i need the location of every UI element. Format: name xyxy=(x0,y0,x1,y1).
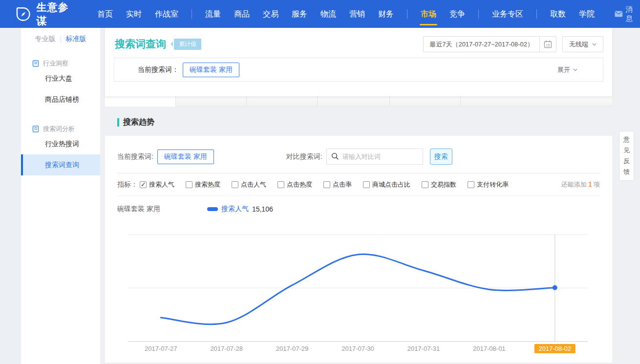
nav-separator xyxy=(407,9,407,19)
metric-label: 交易指数 xyxy=(431,180,456,189)
metric-label: 搜索热度 xyxy=(195,180,220,189)
left-gutter xyxy=(0,28,21,364)
x-axis-label: 2017-08-01 xyxy=(473,345,506,352)
section-tab-4[interactable] xyxy=(318,96,390,107)
nav-item-9[interactable]: 营销 xyxy=(349,0,365,28)
metric-label: 点击人气 xyxy=(241,180,266,189)
section-tab-row xyxy=(105,96,612,107)
sidebar-group-2[interactable]: 搜索词分析 xyxy=(21,125,100,133)
x-axis-label: 2017-07-31 xyxy=(407,345,440,352)
legend-metric-value: 15,106 xyxy=(252,205,273,213)
trend-current-term-chip[interactable]: 碗碟套装 家用 xyxy=(157,150,214,164)
sidebar: 专业版 标准版 行业洞察行业大盘商品店铺榜搜索词分析行业热搜词搜索词查询 xyxy=(21,28,100,364)
x-axis-label: 2017-07-28 xyxy=(210,345,243,352)
nav-item-10[interactable]: 财务 xyxy=(378,0,394,28)
metric-checkbox-3[interactable]: 点击人气 xyxy=(232,180,266,189)
sycm-logo-icon xyxy=(16,7,30,21)
nav-item-15[interactable]: 学院 xyxy=(579,0,595,28)
sidebar-item[interactable]: 商品店铺榜 xyxy=(21,89,100,110)
chevron-down-icon xyxy=(592,43,597,46)
metric-checkbox-7[interactable]: 交易指数 xyxy=(422,180,456,189)
x-axis-label: 2017-07-29 xyxy=(276,345,309,352)
metric-checkbox-8[interactable]: 支付转化率 xyxy=(468,180,509,189)
sidebar-item[interactable]: 行业大盘 xyxy=(21,68,100,89)
metric-checkbox-5[interactable]: 点击率 xyxy=(323,180,352,189)
expand-link[interactable]: 展开 xyxy=(557,65,577,74)
nav-item-8[interactable]: 物流 xyxy=(320,0,336,28)
nav-item-6[interactable]: 交易 xyxy=(263,0,278,28)
nav-item-12[interactable]: 竞争 xyxy=(449,0,465,28)
version-tab-standard[interactable]: 标准版 xyxy=(66,35,86,43)
compare-term-label: 对比搜索词: xyxy=(286,152,322,161)
date-range-picker[interactable]: 最近7天（2017-07-27~2017-08-02） 15 xyxy=(423,36,556,52)
remaining-count: 1 xyxy=(588,180,592,188)
messages-button[interactable]: 消息 xyxy=(615,5,640,23)
topnav-items: 首页实时作战室流量商品交易服务物流营销财务市场竞争业务专区取数学院 xyxy=(97,0,608,28)
trend-line-chart[interactable]: 2017-07-272017-07-282017-07-292017-07-30… xyxy=(117,223,600,362)
nav-separator xyxy=(536,9,537,19)
x-axis-label: 2017-07-27 xyxy=(145,345,177,352)
metric-checkbox-4[interactable]: 点击热度 xyxy=(277,180,312,189)
metric-checkbox-1[interactable]: 搜索人气 xyxy=(140,180,174,189)
cumulative-badge: 累计值 xyxy=(174,39,201,50)
feedback-button[interactable]: 意见 反馈 xyxy=(619,131,634,181)
sidebar-group-1[interactable]: 行业洞察 xyxy=(21,59,100,68)
compare-term-input[interactable] xyxy=(326,149,423,165)
current-term-chip[interactable]: 碗碟套装 家用 xyxy=(183,63,239,77)
calendar-button[interactable]: 15 xyxy=(539,37,556,52)
nav-item-5[interactable]: 商品 xyxy=(234,0,250,28)
metrics-row: 指标： 搜索人气搜索热度点击人气点击热度点击率商城点击占比交易指数支付转化率 还… xyxy=(117,173,600,196)
device-select-value: 无线端 xyxy=(569,40,588,49)
section-tab-3[interactable] xyxy=(247,96,318,107)
nav-item-13[interactable]: 业务专区 xyxy=(492,0,523,28)
feedback-line-1: 意见 xyxy=(620,134,633,156)
section-tab-2[interactable] xyxy=(176,96,247,107)
nav-item-3[interactable]: 作战室 xyxy=(155,0,178,28)
metric-label: 点击率 xyxy=(333,180,352,189)
section-tab-1[interactable] xyxy=(105,96,176,107)
current-term-bar: 当前搜索词： 碗碟套装 家用 展开 xyxy=(114,58,603,82)
unchecked-checkbox-icon xyxy=(232,181,238,188)
metric-label: 支付转化率 xyxy=(477,180,509,189)
metric-label: 搜索人气 xyxy=(149,180,174,189)
svg-text:15: 15 xyxy=(546,43,550,47)
nav-item-1[interactable]: 首页 xyxy=(97,0,113,28)
nav-item-2[interactable]: 实时 xyxy=(126,0,142,28)
unchecked-checkbox-icon xyxy=(468,181,474,188)
top-navigation: 生意参谋 首页实时作战室流量商品交易服务物流营销财务市场竞争业务专区取数学院 消… xyxy=(0,0,640,28)
chevron-down-icon xyxy=(573,68,577,71)
nav-item-4[interactable]: 流量 xyxy=(205,0,221,28)
device-select[interactable]: 无线端 xyxy=(562,36,603,52)
unchecked-checkbox-icon xyxy=(422,181,428,188)
version-tab-pro[interactable]: 专业版 xyxy=(35,35,56,43)
section-tab-5[interactable] xyxy=(390,96,461,107)
nav-item-14[interactable]: 取数 xyxy=(550,0,566,28)
trend-current-term-label: 当前搜索词: xyxy=(117,152,153,161)
metric-checkbox-6[interactable]: 商城点击占比 xyxy=(363,180,410,189)
metric-label: 点击热度 xyxy=(287,180,312,189)
sidebar-menu: 行业洞察行业大盘商品店铺榜搜索词分析行业热搜词搜索词查询 xyxy=(21,59,100,175)
envelope-icon xyxy=(615,11,623,17)
trend-panel: 当前搜索词: 碗碟套装 家用 对比搜索词: 搜索 指标： 搜索人气搜索热度点击人… xyxy=(105,136,612,363)
nav-item-11[interactable]: 市场 xyxy=(421,0,436,28)
legend-series-pill[interactable] xyxy=(207,207,218,211)
search-button[interactable]: 搜索 xyxy=(430,149,452,165)
section-title: 搜索趋势 xyxy=(123,117,154,128)
page-title: 搜索词查询 xyxy=(115,37,166,51)
brand[interactable]: 生意参谋 xyxy=(16,0,79,28)
sidebar-item[interactable]: 搜索词查询 xyxy=(21,154,100,175)
version-tabs: 专业版 标准版 xyxy=(21,33,100,44)
section-tab-6[interactable] xyxy=(461,96,612,107)
marked-data-point[interactable] xyxy=(553,285,557,290)
nav-item-7[interactable]: 服务 xyxy=(292,0,307,28)
sidebar-item[interactable]: 行业热搜词 xyxy=(21,133,100,154)
brand-name: 生意参谋 xyxy=(36,0,78,28)
version-tab-divider xyxy=(61,36,61,43)
remaining-prefix: 还能添加 xyxy=(561,181,587,188)
nav-separator xyxy=(478,9,479,19)
messages-label: 消息 xyxy=(626,5,640,23)
metric-checkbox-2[interactable]: 搜索热度 xyxy=(186,180,220,189)
term-compare-row: 当前搜索词: 碗碟套装 家用 对比搜索词: 搜索 xyxy=(117,136,600,165)
expand-label: 展开 xyxy=(557,65,570,74)
section-accent-bar xyxy=(117,118,119,127)
